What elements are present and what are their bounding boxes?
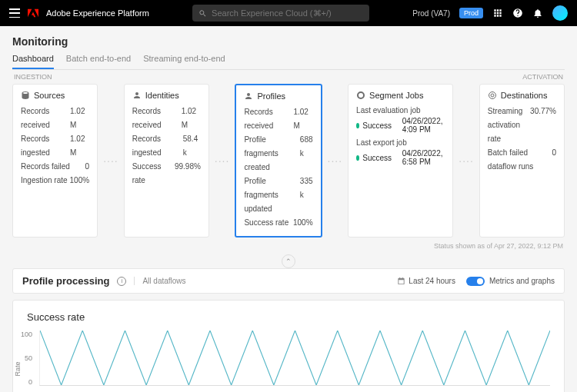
search-box[interactable] [192, 5, 369, 22]
help-icon[interactable] [512, 8, 523, 18]
prod-badge: Prod [459, 8, 483, 18]
card-identities[interactable]: Identities Records received1.02 M Record… [124, 84, 209, 238]
calendar-icon [397, 277, 405, 285]
search-input[interactable] [212, 8, 363, 18]
card-sources[interactable]: Sources Records received1.02 M Records i… [12, 84, 98, 238]
flow-dots: ···· [327, 84, 344, 238]
menu-icon[interactable] [9, 8, 20, 18]
avatar[interactable] [552, 5, 568, 21]
status-dot-icon [356, 123, 359, 128]
y-axis: 100500 [21, 331, 32, 386]
cards-row: Sources Records received1.02 M Records i… [12, 84, 565, 238]
apps-icon[interactable] [492, 8, 503, 18]
chart-card: Success rate Rate 100500 Apr 26, 12 PMAp… [12, 300, 565, 392]
card-segment-jobs[interactable]: Segment Jobs Last evaluation job Success… [348, 84, 453, 238]
topbar: Adobe Experience Platform Prod (VA7) Pro… [0, 0, 577, 26]
profile-icon [244, 91, 253, 101]
target-icon [488, 91, 497, 100]
flow-dots: ···· [214, 84, 231, 238]
svg-point-0 [489, 92, 495, 99]
all-dataflows-link[interactable]: All dataflows [134, 277, 185, 285]
last-24-hours[interactable]: Last 24 hours [397, 277, 455, 285]
env-label: Prod (VA7) [412, 9, 450, 18]
status-dot-icon [356, 155, 359, 161]
segment-icon [356, 91, 365, 100]
processing-bar: Profile processing i All dataflows Last … [12, 268, 565, 294]
status-timestamp: Status shown as of Apr 27, 2022, 9:12 PM [14, 242, 563, 250]
svg-point-1 [491, 94, 494, 97]
page-title: Monitoring [12, 35, 565, 48]
identity-icon [132, 91, 142, 100]
processing-title: Profile processing [22, 275, 109, 287]
flow-dots: ···· [458, 84, 475, 238]
search-icon [198, 9, 207, 18]
tab-dashboard[interactable]: Dashboard [12, 54, 54, 69]
app-name: Adobe Experience Platform [46, 8, 149, 18]
tab-streaming[interactable]: Streaming end-to-end [143, 54, 225, 69]
ingestion-label: INGESTION [14, 73, 52, 81]
bell-icon[interactable] [532, 8, 543, 18]
adobe-logo-icon [28, 8, 38, 18]
metrics-toggle[interactable]: Metrics and graphs [466, 277, 555, 286]
tab-batch[interactable]: Batch end-to-end [66, 54, 131, 69]
collapse-toggle-icon[interactable]: ⌃ [282, 254, 295, 268]
card-destinations[interactable]: Destinations Streaming activation rate30… [479, 84, 565, 238]
info-icon[interactable]: i [117, 277, 126, 286]
flow-dots: ···· [102, 84, 119, 238]
line-chart [39, 331, 550, 386]
activation-label: ACTIVATION [522, 73, 563, 81]
card-profiles[interactable]: Profiles Records received1.02 M Profile … [235, 84, 322, 238]
tabs: Dashboard Batch end-to-end Streaming end… [12, 54, 565, 70]
toggle-icon [466, 277, 485, 286]
y-axis-label: Rate [14, 361, 22, 376]
chart-title: Success rate [27, 311, 550, 323]
database-icon [21, 91, 30, 100]
